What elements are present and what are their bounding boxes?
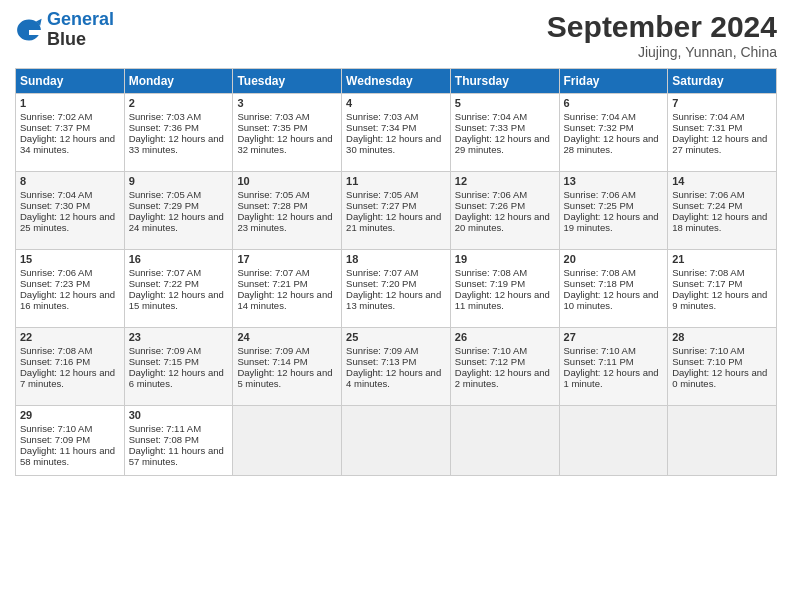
daylight-label: Daylight: 12 hours and 15 minutes. [129,289,224,311]
calendar: Sunday Monday Tuesday Wednesday Thursday… [15,68,777,476]
daylight-label: Daylight: 12 hours and 7 minutes. [20,367,115,389]
page: General Blue September 2024 Jiujing, Yun… [0,0,792,612]
calendar-header-row: Sunday Monday Tuesday Wednesday Thursday… [16,69,777,94]
sunrise-label: Sunrise: 7:10 AM [20,423,92,434]
daylight-label: Daylight: 12 hours and 19 minutes. [564,211,659,233]
table-row: 27 Sunrise: 7:10 AM Sunset: 7:11 PM Dayl… [559,328,668,406]
sunset-label: Sunset: 7:13 PM [346,356,416,367]
sunrise-label: Sunrise: 7:11 AM [129,423,201,434]
day-number: 22 [20,331,120,343]
sunset-label: Sunset: 7:27 PM [346,200,416,211]
table-row: 18 Sunrise: 7:07 AM Sunset: 7:20 PM Dayl… [342,250,451,328]
table-row: 21 Sunrise: 7:08 AM Sunset: 7:17 PM Dayl… [668,250,777,328]
sunset-label: Sunset: 7:21 PM [237,278,307,289]
sunrise-label: Sunrise: 7:08 AM [672,267,744,278]
daylight-label: Daylight: 12 hours and 28 minutes. [564,133,659,155]
daylight-label: Daylight: 12 hours and 11 minutes. [455,289,550,311]
sunset-label: Sunset: 7:15 PM [129,356,199,367]
day-number: 16 [129,253,229,265]
day-number: 13 [564,175,664,187]
sunset-label: Sunset: 7:10 PM [672,356,742,367]
daylight-label: Daylight: 12 hours and 24 minutes. [129,211,224,233]
sunrise-label: Sunrise: 7:06 AM [455,189,527,200]
sunset-label: Sunset: 7:35 PM [237,122,307,133]
table-row: 24 Sunrise: 7:09 AM Sunset: 7:14 PM Dayl… [233,328,342,406]
day-number: 10 [237,175,337,187]
day-number: 17 [237,253,337,265]
sunrise-label: Sunrise: 7:06 AM [564,189,636,200]
day-number: 29 [20,409,120,421]
table-row: 20 Sunrise: 7:08 AM Sunset: 7:18 PM Dayl… [559,250,668,328]
table-row [450,406,559,476]
sunset-label: Sunset: 7:17 PM [672,278,742,289]
table-row: 2 Sunrise: 7:03 AM Sunset: 7:36 PM Dayli… [124,94,233,172]
daylight-label: Daylight: 12 hours and 27 minutes. [672,133,767,155]
sunrise-label: Sunrise: 7:04 AM [20,189,92,200]
table-row: 17 Sunrise: 7:07 AM Sunset: 7:21 PM Dayl… [233,250,342,328]
sunrise-label: Sunrise: 7:09 AM [237,345,309,356]
sunset-label: Sunset: 7:14 PM [237,356,307,367]
logo: General Blue [15,10,114,50]
daylight-label: Daylight: 12 hours and 6 minutes. [129,367,224,389]
table-row: 30 Sunrise: 7:11 AM Sunset: 7:08 PM Dayl… [124,406,233,476]
daylight-label: Daylight: 12 hours and 9 minutes. [672,289,767,311]
sunset-label: Sunset: 7:31 PM [672,122,742,133]
col-wednesday: Wednesday [342,69,451,94]
table-row: 10 Sunrise: 7:05 AM Sunset: 7:28 PM Dayl… [233,172,342,250]
daylight-label: Daylight: 12 hours and 25 minutes. [20,211,115,233]
day-number: 23 [129,331,229,343]
sunrise-label: Sunrise: 7:09 AM [129,345,201,356]
daylight-label: Daylight: 12 hours and 14 minutes. [237,289,332,311]
sunrise-label: Sunrise: 7:08 AM [20,345,92,356]
table-row: 5 Sunrise: 7:04 AM Sunset: 7:33 PM Dayli… [450,94,559,172]
table-row: 26 Sunrise: 7:10 AM Sunset: 7:12 PM Dayl… [450,328,559,406]
sunset-label: Sunset: 7:36 PM [129,122,199,133]
table-row: 9 Sunrise: 7:05 AM Sunset: 7:29 PM Dayli… [124,172,233,250]
daylight-label: Daylight: 12 hours and 0 minutes. [672,367,767,389]
daylight-label: Daylight: 12 hours and 18 minutes. [672,211,767,233]
col-monday: Monday [124,69,233,94]
day-number: 1 [20,97,120,109]
table-row: 29 Sunrise: 7:10 AM Sunset: 7:09 PM Dayl… [16,406,125,476]
header: General Blue September 2024 Jiujing, Yun… [15,10,777,60]
sunset-label: Sunset: 7:26 PM [455,200,525,211]
sunrise-label: Sunrise: 7:04 AM [564,111,636,122]
sunset-label: Sunset: 7:32 PM [564,122,634,133]
daylight-label: Daylight: 12 hours and 32 minutes. [237,133,332,155]
day-number: 21 [672,253,772,265]
table-row [233,406,342,476]
sunset-label: Sunset: 7:34 PM [346,122,416,133]
table-row [559,406,668,476]
sunset-label: Sunset: 7:12 PM [455,356,525,367]
day-number: 7 [672,97,772,109]
day-number: 5 [455,97,555,109]
daylight-label: Daylight: 12 hours and 13 minutes. [346,289,441,311]
sunset-label: Sunset: 7:20 PM [346,278,416,289]
daylight-label: Daylight: 12 hours and 21 minutes. [346,211,441,233]
daylight-label: Daylight: 12 hours and 33 minutes. [129,133,224,155]
col-thursday: Thursday [450,69,559,94]
daylight-label: Daylight: 12 hours and 2 minutes. [455,367,550,389]
day-number: 6 [564,97,664,109]
sunrise-label: Sunrise: 7:02 AM [20,111,92,122]
sunrise-label: Sunrise: 7:04 AM [455,111,527,122]
sunset-label: Sunset: 7:28 PM [237,200,307,211]
daylight-label: Daylight: 12 hours and 5 minutes. [237,367,332,389]
sunset-label: Sunset: 7:09 PM [20,434,90,445]
sunrise-label: Sunrise: 7:06 AM [20,267,92,278]
daylight-label: Daylight: 11 hours and 57 minutes. [129,445,224,467]
day-number: 4 [346,97,446,109]
daylight-label: Daylight: 12 hours and 34 minutes. [20,133,115,155]
daylight-label: Daylight: 12 hours and 4 minutes. [346,367,441,389]
sunset-label: Sunset: 7:24 PM [672,200,742,211]
day-number: 30 [129,409,229,421]
table-row: 1 Sunrise: 7:02 AM Sunset: 7:37 PM Dayli… [16,94,125,172]
day-number: 12 [455,175,555,187]
sunset-label: Sunset: 7:29 PM [129,200,199,211]
sunset-label: Sunset: 7:22 PM [129,278,199,289]
logo-text: General Blue [47,10,114,50]
daylight-label: Daylight: 12 hours and 20 minutes. [455,211,550,233]
month-title: September 2024 [547,10,777,44]
sunrise-label: Sunrise: 7:07 AM [237,267,309,278]
day-number: 20 [564,253,664,265]
